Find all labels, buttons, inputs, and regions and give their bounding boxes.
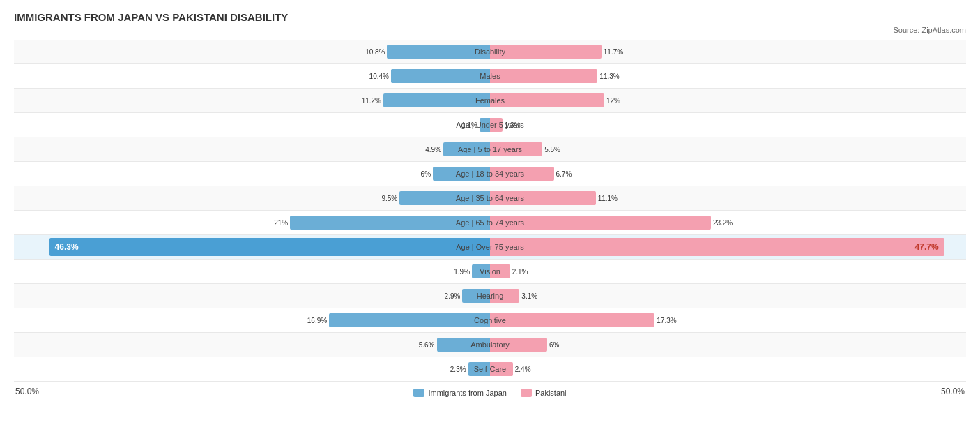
chart-row: 11.2% Females 12% (14, 89, 966, 113)
legend-japan: Immigrants from Japan (413, 389, 506, 397)
chart-row: 1.1% Age | Under 5 years 1.3% (14, 113, 966, 137)
chart-row: 1.9% Vision 2.1% (14, 260, 966, 284)
chart-row: 2.9% Hearing 3.1% (14, 284, 966, 308)
chart-row: 4.9% Age | 5 to 17 years 5.5% (14, 137, 966, 162)
chart-row: 10.4% Males 11.3% (14, 64, 966, 89)
chart-row: 16.9% Cognitive 17.3% (14, 308, 966, 333)
footer-right-label: 50.0% (941, 387, 965, 396)
chart-row: 10.8% Disability 11.7% (14, 40, 966, 64)
chart-row: 46.3% Age | Over 75 years 47.7% (14, 235, 966, 260)
legend-pakistani: Pakistani (521, 389, 567, 397)
source-label: Source: ZipAtlas.com (14, 26, 966, 34)
chart-row: 21% Age | 65 to 74 years 23.2% (14, 211, 966, 235)
chart-area: 10.8% Disability 11.7% 10.4% Males 11.3% (14, 40, 966, 382)
chart-row: 9.5% Age | 35 to 64 years 11.1% (14, 186, 966, 211)
chart-row: 2.3% Self-Care 2.4% (14, 357, 966, 382)
chart-row: 6% Age | 18 to 34 years 6.7% (14, 162, 966, 186)
chart-title: IMMIGRANTS FROM JAPAN VS PAKISTANI DISAB… (14, 11, 966, 23)
footer-left-label: 50.0% (15, 387, 39, 396)
chart-row: 5.6% Ambulatory 6% (14, 333, 966, 357)
